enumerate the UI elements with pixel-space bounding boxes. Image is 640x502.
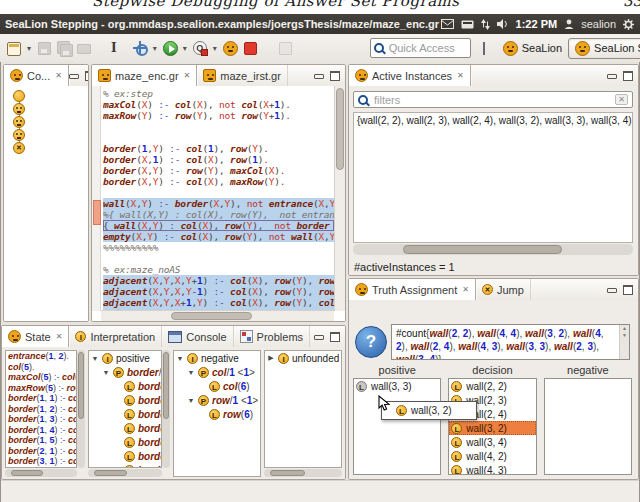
clock[interactable]: 1:22 PM bbox=[516, 18, 558, 30]
close-icon[interactable]: ✕ bbox=[461, 285, 469, 294]
volume-icon[interactable] bbox=[497, 19, 509, 29]
jump-step-icon[interactable]: ✕ bbox=[13, 142, 25, 154]
filter-input[interactable] bbox=[372, 93, 611, 107]
new-dropdown-icon[interactable]: ▾ bbox=[27, 44, 31, 53]
perspective-button-sealion-stepping[interactable]: SeaLion Stepping bbox=[568, 38, 640, 59]
minimize-icon[interactable] bbox=[69, 74, 79, 79]
tree-row[interactable]: ▼Prow/1 <1> bbox=[174, 393, 260, 407]
state-rule[interactable]: border(1, 1) :- col( bbox=[6, 393, 76, 404]
tree-row[interactable]: Lrow(6) bbox=[174, 407, 260, 421]
minimize-icon[interactable] bbox=[314, 74, 324, 79]
session-username[interactable]: sealion bbox=[581, 18, 616, 30]
code-area[interactable]: % ex:stepmaxCol(X) :- col(X), not col(X+… bbox=[103, 88, 334, 311]
tree-row[interactable]: Lcol(6) bbox=[174, 379, 260, 393]
quick-access-input[interactable] bbox=[387, 41, 467, 55]
chevron-down-icon[interactable]: ▼ bbox=[187, 397, 195, 404]
help-icon[interactable]: ? bbox=[355, 326, 387, 358]
window-titlebar[interactable]: SeaLion Stepping - org.mmdasp.sealion.ex… bbox=[0, 14, 640, 34]
tree-row[interactable]: Lborder(2, bbox=[89, 449, 161, 463]
mail-icon[interactable] bbox=[441, 19, 454, 29]
perspective-button-sealion[interactable]: SeaLion bbox=[497, 39, 568, 58]
close-icon[interactable]: ✕ bbox=[183, 71, 191, 80]
chevron-down-icon[interactable]: ▼ bbox=[187, 369, 195, 376]
new-wizard-icon[interactable] bbox=[7, 41, 21, 55]
external-tools-icon[interactable]: Q bbox=[193, 41, 207, 55]
state-rule[interactable]: maxRow(5) :- row( bbox=[6, 383, 76, 394]
tab-stepping[interactable]: Co... ✕ bbox=[4, 65, 69, 86]
tab-console[interactable]: Console bbox=[162, 326, 233, 347]
gear-icon[interactable] bbox=[623, 19, 634, 30]
close-icon[interactable]: ✕ bbox=[54, 71, 62, 80]
editor-content[interactable]: % ex:stepmaxCol(X) :- col(X), not col(X+… bbox=[92, 86, 345, 321]
rules-horizontal-scrollbar[interactable] bbox=[5, 469, 77, 477]
tree-row[interactable]: Lborder(1, bbox=[89, 393, 161, 407]
state-rule[interactable]: border(1, 4) :- col( bbox=[6, 425, 76, 436]
unfounded-tree[interactable]: ▶Iunfounded set bbox=[264, 350, 342, 468]
count-scrollbar[interactable]: ▲▼ bbox=[619, 325, 629, 359]
tree-row[interactable]: Lborder(2, bbox=[89, 463, 161, 468]
rules-vertical-scrollbar[interactable] bbox=[77, 350, 85, 468]
run-dropdown-icon[interactable]: ▾ bbox=[183, 44, 187, 53]
negative-list[interactable] bbox=[544, 378, 632, 475]
maximize-icon[interactable] bbox=[330, 332, 340, 342]
maximize-icon[interactable] bbox=[330, 71, 340, 81]
sealion-run-icon[interactable] bbox=[223, 41, 238, 56]
tree-row[interactable]: Lborder(1, bbox=[89, 379, 161, 393]
save-all-icon[interactable] bbox=[57, 41, 71, 55]
filter-box[interactable]: ✕ bbox=[353, 91, 633, 108]
state-rule[interactable]: border(4, 1) :- col( bbox=[6, 467, 76, 469]
updown-arrows-icon[interactable] bbox=[481, 19, 490, 30]
maximize-icon[interactable] bbox=[623, 285, 633, 295]
literal-item[interactable]: Lwall(4, 2) bbox=[449, 449, 535, 463]
close-icon[interactable]: ✕ bbox=[456, 71, 464, 80]
minimize-icon[interactable] bbox=[607, 74, 617, 79]
chevron-down-icon[interactable]: ▼ bbox=[102, 369, 110, 376]
tree-row[interactable]: ▶Iunfounded set bbox=[265, 351, 341, 365]
chevron-down-icon[interactable]: ▼ bbox=[91, 355, 99, 362]
sealion-step-icon[interactable] bbox=[13, 116, 25, 128]
state-rule[interactable]: col(5). bbox=[6, 362, 76, 373]
editor-horizontal-scrollbar[interactable] bbox=[101, 310, 334, 321]
clear-filter-icon[interactable]: ✕ bbox=[615, 94, 628, 105]
debug-dropdown-icon[interactable]: ▾ bbox=[153, 44, 157, 53]
maximize-icon[interactable] bbox=[85, 71, 89, 81]
tab-maze-enc[interactable]: maze_enc.gr ✕ bbox=[92, 65, 197, 86]
keyboard-indicator-icon[interactable] bbox=[461, 20, 474, 29]
literal-item[interactable]: Lwall(3, 3) bbox=[354, 379, 440, 393]
open-perspective-icon[interactable] bbox=[483, 42, 485, 55]
current-rule-marker[interactable] bbox=[93, 200, 101, 225]
positive-horizontal-scrollbar[interactable] bbox=[88, 469, 162, 477]
tree-row[interactable]: Lborder(1, bbox=[89, 407, 161, 421]
external-tools-dropdown-icon[interactable]: ▾ bbox=[213, 44, 217, 53]
tab-maze-irst[interactable]: maze_irst.gr bbox=[197, 65, 288, 86]
chevron-down-icon[interactable]: ▼ bbox=[176, 355, 184, 362]
positive-vertical-scrollbar[interactable] bbox=[162, 350, 170, 468]
editor-vertical-scrollbar[interactable] bbox=[334, 86, 345, 311]
state-rule[interactable]: border(1, 3) :- col( bbox=[6, 414, 76, 425]
debug-gear-icon[interactable] bbox=[133, 41, 147, 55]
sealion-step-icon[interactable] bbox=[13, 129, 25, 141]
active-instances-list[interactable]: {wall(2, 2), wall(2, 3), wall(2, 4), wal… bbox=[353, 112, 633, 243]
sealion-step-icon[interactable] bbox=[13, 103, 25, 115]
literal-item[interactable]: Lwall(4, 3) bbox=[449, 463, 535, 475]
positive-list[interactable]: Lwall(3, 3) bbox=[353, 378, 441, 475]
close-icon[interactable]: ✕ bbox=[55, 332, 63, 341]
ibeam-icon[interactable]: I bbox=[111, 41, 117, 55]
state-rule[interactable]: border(1, 2) :- col( bbox=[6, 404, 76, 415]
stop-icon[interactable] bbox=[244, 42, 257, 55]
positive-tree[interactable]: ▼Ipositive▼Pborder/2 <1Lborder(1,Lborder… bbox=[88, 350, 162, 468]
chevron-right-icon[interactable]: ▶ bbox=[267, 354, 275, 362]
quick-access-box[interactable] bbox=[370, 38, 471, 58]
state-rule[interactable]: border(1, 5) :- col( bbox=[6, 435, 76, 446]
tree-row[interactable]: ▼Inegative bbox=[174, 351, 260, 365]
minimize-icon[interactable] bbox=[314, 335, 324, 340]
stepping-view-content[interactable]: ✕ bbox=[4, 86, 88, 321]
start-node-icon[interactable] bbox=[13, 90, 25, 102]
link-editor-icon[interactable] bbox=[279, 42, 292, 55]
state-rule[interactable]: border(2, 1) :- col( bbox=[6, 446, 76, 457]
run-icon[interactable] bbox=[163, 41, 177, 55]
unfounded-horizontal-scrollbar[interactable] bbox=[264, 469, 342, 477]
state-rule[interactable]: border(3, 1) :- col( bbox=[6, 456, 76, 467]
decision-list[interactable]: Lwall(2, 2)Lwall(2, 3)Lwall(2, 4)Lwall(3… bbox=[448, 378, 536, 475]
tree-row[interactable]: ▼Pcol/1 <1> bbox=[174, 365, 260, 379]
